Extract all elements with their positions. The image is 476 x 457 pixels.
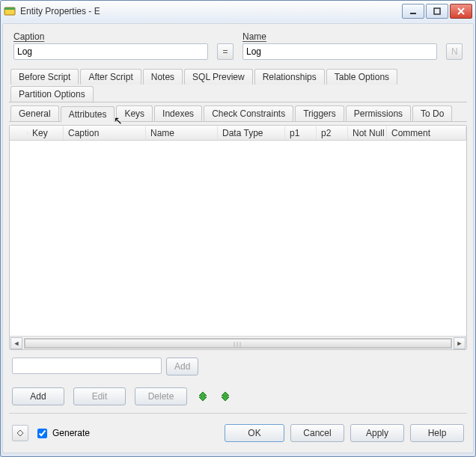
scroll-left-icon[interactable]: ◄ <box>10 337 22 349</box>
move-down-icon[interactable] <box>219 390 232 403</box>
close-button[interactable] <box>450 4 472 19</box>
tab-after-script[interactable]: After Script <box>80 69 141 85</box>
tab-indexes[interactable]: Indexes <box>154 105 202 121</box>
caption-label: Caption <box>13 31 208 42</box>
table-header: Key Caption Name Data Type p1 p2 Not Nul… <box>10 126 466 141</box>
tab-sql-preview[interactable]: SQL Preview <box>184 69 253 85</box>
tabs-row-upper: Before Script After Script Notes SQL Pre… <box>9 67 467 102</box>
divider <box>9 413 467 414</box>
name-aux-button[interactable]: N <box>446 43 463 60</box>
tab-check-constraints[interactable]: Check Constraints <box>204 105 293 121</box>
tab-before-script[interactable]: Before Script <box>10 69 79 85</box>
tab-triggers[interactable]: Triggers <box>295 105 344 121</box>
minimize-button[interactable] <box>402 4 424 19</box>
scroll-right-icon[interactable]: ► <box>454 337 466 349</box>
scroll-track[interactable] <box>24 338 452 349</box>
quick-add-input[interactable] <box>12 358 162 374</box>
tab-keys[interactable]: Keys <box>116 105 153 121</box>
svg-rect-3 <box>434 8 440 14</box>
resize-grip-button[interactable] <box>12 425 28 441</box>
tab-notes[interactable]: Notes <box>143 69 183 85</box>
ok-button[interactable]: OK <box>225 424 284 442</box>
generate-checkbox-input[interactable] <box>37 429 47 438</box>
tab-permissions[interactable]: Permissions <box>346 105 411 121</box>
maximize-button[interactable] <box>426 4 448 19</box>
add-button[interactable]: Add <box>12 387 64 405</box>
tab-to-do[interactable]: To Do <box>412 105 452 121</box>
caption-input[interactable] <box>13 43 208 60</box>
window-title: Entity Properties - E <box>20 6 402 16</box>
cancel-button[interactable]: Cancel <box>290 424 344 442</box>
col-caption[interactable]: Caption <box>64 126 146 140</box>
attributes-table: Key Caption Name Data Type p1 p2 Not Nul… <box>9 125 467 350</box>
col-name[interactable]: Name <box>146 126 218 140</box>
generate-label: Generate <box>52 428 90 438</box>
horizontal-scrollbar[interactable]: ◄ ► <box>10 336 466 349</box>
help-button[interactable]: Help <box>410 424 464 442</box>
col-handle[interactable] <box>10 132 28 135</box>
titlebar[interactable]: Entity Properties - E <box>1 1 475 22</box>
entity-properties-window: Entity Properties - E Caption = Name N B… <box>0 0 476 457</box>
col-p2[interactable]: p2 <box>317 126 348 140</box>
move-up-icon[interactable] <box>196 390 210 403</box>
quick-add-button[interactable]: Add <box>166 358 198 375</box>
tab-attributes[interactable]: Attributes <box>61 106 115 122</box>
edit-button[interactable]: Edit <box>73 387 126 405</box>
tab-relationships[interactable]: Relationships <box>254 69 325 85</box>
tab-partition-options[interactable]: Partition Options <box>10 86 94 102</box>
col-datatype[interactable]: Data Type <box>218 126 285 140</box>
col-notnull[interactable]: Not Null <box>348 126 387 140</box>
apply-button[interactable]: Apply <box>350 424 404 442</box>
app-icon <box>4 5 16 17</box>
generate-checkbox[interactable]: Generate <box>34 426 90 441</box>
delete-button[interactable]: Delete <box>135 387 187 405</box>
name-input[interactable] <box>242 43 437 60</box>
scroll-thumb[interactable] <box>25 339 451 348</box>
tab-table-options[interactable]: Table Options <box>326 69 397 85</box>
svg-line-4 <box>458 8 464 14</box>
table-body[interactable] <box>10 141 466 336</box>
name-label: Name <box>242 31 437 42</box>
svg-rect-1 <box>4 7 15 10</box>
svg-line-5 <box>458 8 464 14</box>
col-key[interactable]: Key <box>28 126 64 140</box>
col-comment[interactable]: Comment <box>387 126 466 140</box>
tab-general[interactable]: General <box>10 105 59 121</box>
caption-equals-name-button[interactable]: = <box>217 43 234 60</box>
tabs-row-lower: General Attributes Keys Indexes Check Co… <box>9 104 467 122</box>
col-p1[interactable]: p1 <box>285 126 317 140</box>
